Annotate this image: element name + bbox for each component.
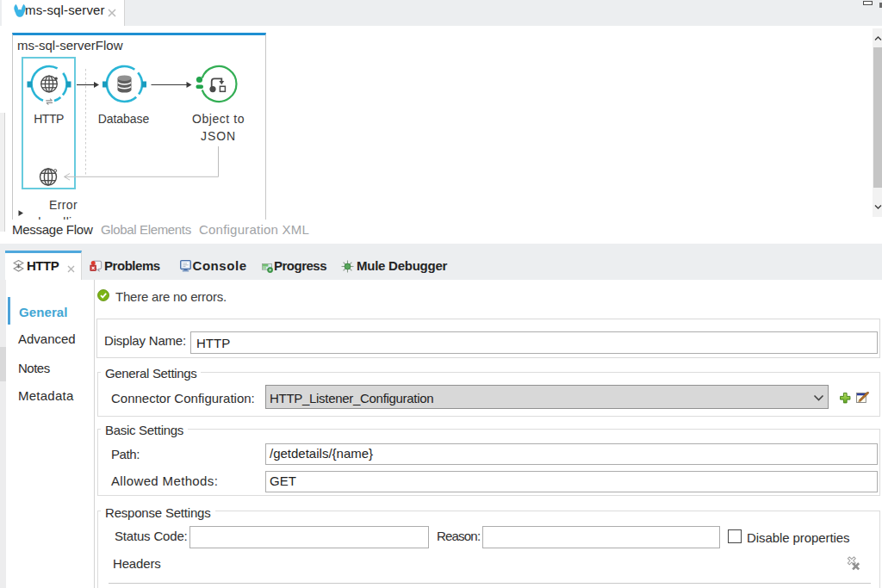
svg-text:Database: Database bbox=[98, 112, 150, 126]
svg-text:handling: handling bbox=[38, 215, 85, 220]
svg-text:HTTP: HTTP bbox=[34, 112, 64, 126]
svg-text:Error: Error bbox=[49, 198, 78, 212]
svg-text:JSON: JSON bbox=[201, 129, 236, 143]
svg-text:Object to: Object to bbox=[192, 112, 245, 126]
